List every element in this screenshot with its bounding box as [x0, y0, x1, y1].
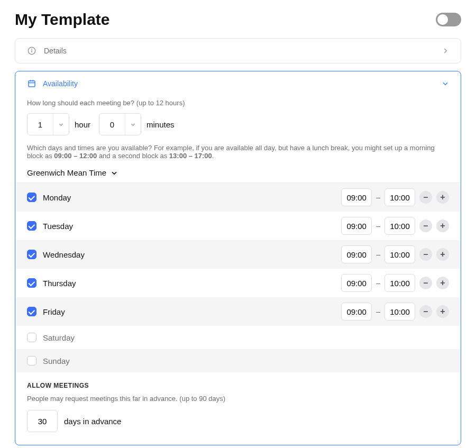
- day-row: Friday––+: [15, 297, 461, 326]
- start-time-input[interactable]: [341, 188, 372, 206]
- end-time-input[interactable]: [385, 274, 415, 292]
- info-icon: [27, 46, 36, 56]
- day-checkbox[interactable]: [27, 221, 36, 231]
- plus-icon: +: [440, 221, 445, 231]
- duration-help-text: How long should each meeting be? (up to …: [27, 99, 449, 107]
- end-time-input[interactable]: [385, 245, 415, 263]
- end-time-input[interactable]: [385, 188, 415, 206]
- day-checkbox[interactable]: [27, 250, 36, 259]
- remove-block-button[interactable]: –: [419, 248, 432, 261]
- time-separator: –: [376, 193, 380, 202]
- day-checkbox[interactable]: [27, 278, 36, 288]
- timezone-select[interactable]: Greenwich Mean Time: [27, 168, 449, 177]
- remove-block-button[interactable]: –: [419, 220, 432, 232]
- start-time-input[interactable]: [341, 274, 372, 292]
- hours-select[interactable]: 1: [27, 113, 69, 135]
- day-name-label: Thursday: [43, 279, 76, 288]
- advance-days-input[interactable]: [27, 410, 58, 432]
- chevron-right-icon: [442, 47, 449, 54]
- plus-icon: +: [440, 307, 445, 316]
- day-name-label: Monday: [43, 193, 71, 202]
- end-time-input[interactable]: [385, 303, 415, 321]
- chevron-down-icon: [111, 169, 118, 177]
- day-row: Monday––+: [15, 183, 461, 212]
- minus-icon: –: [424, 278, 428, 288]
- start-time-input[interactable]: [341, 245, 372, 263]
- day-name-label: Wednesday: [43, 250, 85, 259]
- day-name-label: Friday: [43, 307, 65, 316]
- add-block-button[interactable]: +: [436, 277, 449, 289]
- remove-block-button[interactable]: –: [419, 191, 432, 204]
- end-time-input[interactable]: [385, 217, 415, 235]
- allow-meetings-heading: ALLOW MEETINGS: [27, 382, 449, 389]
- time-separator: –: [376, 279, 380, 287]
- details-label: Details: [44, 47, 67, 55]
- plus-icon: +: [440, 193, 445, 202]
- day-name-label: Saturday: [43, 333, 75, 342]
- chevron-down-icon[interactable]: [125, 114, 141, 135]
- svg-rect-3: [29, 81, 35, 87]
- day-name-label: Sunday: [43, 356, 70, 365]
- remove-block-button[interactable]: –: [419, 305, 432, 318]
- day-checkbox[interactable]: [27, 333, 36, 342]
- hours-unit-label: hour: [75, 120, 90, 129]
- add-block-button[interactable]: +: [436, 191, 449, 204]
- chevron-down-icon[interactable]: [442, 80, 449, 87]
- chevron-down-icon[interactable]: [53, 114, 69, 135]
- minutes-select[interactable]: 0: [99, 113, 141, 135]
- advance-help-text: People may request meetings this far in …: [27, 395, 449, 403]
- minutes-value: 0: [99, 120, 125, 129]
- remove-block-button[interactable]: –: [419, 277, 432, 289]
- time-separator: –: [376, 307, 380, 316]
- start-time-input[interactable]: [341, 303, 372, 321]
- time-separator: –: [376, 250, 380, 259]
- day-row: Wednesday––+: [15, 240, 461, 269]
- plus-icon: +: [440, 250, 445, 259]
- minus-icon: –: [424, 193, 428, 202]
- time-separator: –: [376, 222, 380, 230]
- page-title: My Template: [15, 11, 110, 29]
- day-name-label: Tuesday: [43, 222, 73, 231]
- hours-value: 1: [28, 120, 53, 129]
- minutes-unit-label: minutes: [147, 120, 175, 129]
- timezone-label: Greenwich Mean Time: [27, 168, 106, 177]
- day-checkbox[interactable]: [27, 356, 36, 365]
- svg-point-2: [32, 49, 32, 50]
- enable-template-toggle[interactable]: [436, 13, 461, 26]
- day-row: Sunday: [15, 349, 461, 372]
- day-checkbox[interactable]: [27, 193, 36, 202]
- minus-icon: –: [424, 250, 428, 259]
- day-checkbox[interactable]: [27, 307, 36, 316]
- toggle-knob: [437, 14, 448, 25]
- start-time-input[interactable]: [341, 217, 372, 235]
- minus-icon: –: [424, 221, 428, 231]
- minus-icon: –: [424, 307, 428, 316]
- add-block-button[interactable]: +: [436, 220, 449, 232]
- availability-section: Availability How long should each meetin…: [15, 71, 461, 445]
- add-block-button[interactable]: +: [436, 248, 449, 261]
- plus-icon: +: [440, 278, 445, 288]
- days-help-text: Which days and times are you available? …: [27, 144, 449, 160]
- availability-label: Availability: [43, 79, 78, 88]
- advance-days-label: days in advance: [64, 417, 121, 426]
- day-row: Thursday––+: [15, 269, 461, 297]
- day-row: Tuesday––+: [15, 212, 461, 240]
- day-row: Saturday: [15, 326, 461, 349]
- details-section[interactable]: Details: [15, 38, 461, 63]
- add-block-button[interactable]: +: [436, 305, 449, 318]
- calendar-icon: [27, 79, 36, 88]
